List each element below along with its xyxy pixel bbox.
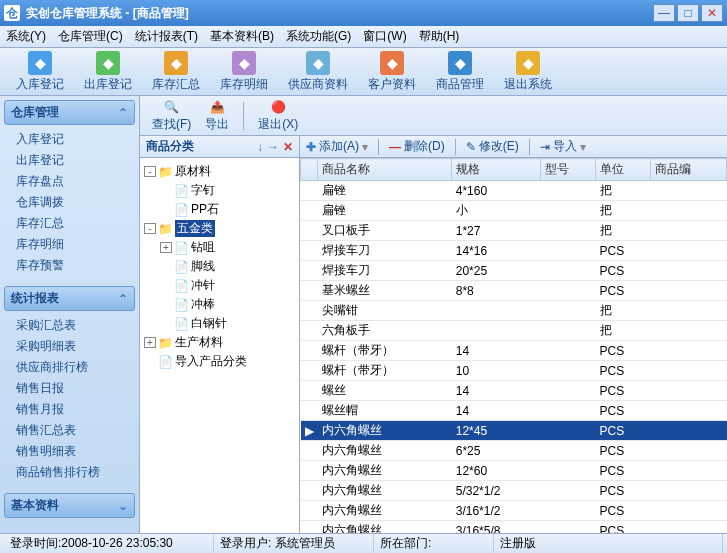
delete-button[interactable]: —删除(D) — [389, 138, 445, 155]
table-row[interactable]: 内六角螺丝6*25PCS — [301, 441, 727, 461]
toolbar-button[interactable]: ◆退出系统 — [496, 49, 560, 95]
table-row[interactable]: 螺杆（带牙）14PCS — [301, 341, 727, 361]
plus-icon: ✚ — [306, 140, 316, 154]
sidebar-item[interactable]: 销售汇总表 — [16, 420, 135, 441]
menu-item[interactable]: 帮助(H) — [419, 28, 460, 45]
sidebar-group-header[interactable]: 统计报表⌃ — [4, 286, 135, 311]
tree-node[interactable]: 📄PP石 — [142, 200, 297, 219]
exit-button[interactable]: 🔴退出(X) — [254, 96, 302, 135]
tree-node[interactable]: 📄脚线 — [142, 257, 297, 276]
tree-right-icon[interactable]: → — [267, 140, 279, 154]
toolbar-button[interactable]: ◆入库登记 — [8, 49, 72, 95]
grid-pane: ✚添加(A) ▾ —删除(D) ✎修改(E) ⇥导入 ▾ 商品名称规格型号单位商… — [300, 136, 727, 533]
tree-node[interactable]: 📄白钢针 — [142, 314, 297, 333]
import-icon: ⇥ — [540, 140, 550, 154]
sidebar-item[interactable]: 入库登记 — [16, 129, 135, 150]
sidebar-item[interactable]: 销售月报 — [16, 399, 135, 420]
table-row[interactable]: 叉口板手1*27把 — [301, 221, 727, 241]
table-row[interactable]: 螺丝14PCS — [301, 381, 727, 401]
status-user: 登录用户: 系统管理员 — [214, 534, 374, 553]
column-header[interactable]: 商品编 — [651, 159, 727, 181]
sidebar-item[interactable]: 采购明细表 — [16, 336, 135, 357]
table-row[interactable]: 六角板手把 — [301, 321, 727, 341]
table-row[interactable]: 内六角螺丝3/16*1/2PCS — [301, 501, 727, 521]
menubar: 系统(Y)仓库管理(C)统计报表(T)基本资料(B)系统功能(G)窗口(W)帮助… — [0, 26, 727, 48]
table-row[interactable]: 扁锉小把 — [301, 201, 727, 221]
sidebar-item[interactable]: 销售日报 — [16, 378, 135, 399]
tree-header: 商品分类 — [146, 138, 194, 155]
menu-item[interactable]: 系统功能(G) — [286, 28, 351, 45]
status-version: 注册版 — [494, 534, 723, 553]
search-icon: 🔍 — [163, 98, 181, 116]
sidebar-item[interactable]: 商品销售排行榜 — [16, 462, 135, 483]
import-button[interactable]: ⇥导入 ▾ — [540, 138, 586, 155]
status-dept: 所在部门: — [374, 534, 494, 553]
sidebar-item[interactable]: 库存盘点 — [16, 171, 135, 192]
sidebar-item[interactable]: 仓库调拨 — [16, 192, 135, 213]
toolbar-button[interactable]: ◆供应商资料 — [280, 49, 356, 95]
table-row[interactable]: 尖嘴钳把 — [301, 301, 727, 321]
sidebar-item[interactable]: 销售明细表 — [16, 441, 135, 462]
tree-node[interactable]: 📄冲棒 — [142, 295, 297, 314]
table-row[interactable]: 内六角螺丝3/16*5/8PCS — [301, 521, 727, 534]
table-row[interactable]: 扁锉4*160把 — [301, 181, 727, 201]
tree-down-icon[interactable]: ↓ — [257, 140, 263, 154]
sidebar-item[interactable]: 库存汇总 — [16, 213, 135, 234]
column-header[interactable]: 商品名称 — [318, 159, 452, 181]
minus-icon: — — [389, 140, 401, 154]
close-button[interactable]: ✕ — [701, 4, 723, 22]
add-button[interactable]: ✚添加(A) ▾ — [306, 138, 368, 155]
table-row[interactable]: ▶内六角螺丝12*45PCS — [301, 421, 727, 441]
sidebar-item[interactable]: 供应商排行榜 — [16, 357, 135, 378]
menu-item[interactable]: 系统(Y) — [6, 28, 46, 45]
table-row[interactable]: 焊接车刀14*16PCS — [301, 241, 727, 261]
tree-node[interactable]: 📄冲针 — [142, 276, 297, 295]
menu-item[interactable]: 仓库管理(C) — [58, 28, 123, 45]
tree-node[interactable]: -📁原材料 — [142, 162, 297, 181]
menu-item[interactable]: 基本资料(B) — [210, 28, 274, 45]
tree-node[interactable]: +📄钻咀 — [142, 238, 297, 257]
toolbar-button[interactable]: ◆出库登记 — [76, 49, 140, 95]
tree-close-icon[interactable]: ✕ — [283, 140, 293, 154]
sidebar-item[interactable]: 采购汇总表 — [16, 315, 135, 336]
table-row[interactable]: 内六角螺丝5/32*1/2PCS — [301, 481, 727, 501]
find-button[interactable]: 🔍查找(F) — [148, 96, 195, 135]
tree-node[interactable]: 📄导入产品分类 — [142, 352, 297, 371]
tree-node[interactable]: +📁生产材料 — [142, 333, 297, 352]
toolbar-button[interactable]: ◆客户资料 — [360, 49, 424, 95]
export-icon: 📤 — [208, 98, 226, 116]
column-header[interactable]: 单位 — [596, 159, 651, 181]
toolbar-button[interactable]: ◆商品管理 — [428, 49, 492, 95]
tree-node[interactable]: 📄字钉 — [142, 181, 297, 200]
table-row[interactable]: 焊接车刀20*25PCS — [301, 261, 727, 281]
status-login-time: 登录时间:2008-10-26 23:05:30 — [4, 534, 214, 553]
menu-item[interactable]: 统计报表(T) — [135, 28, 198, 45]
column-header[interactable] — [301, 159, 318, 181]
maximize-button[interactable]: □ — [677, 4, 699, 22]
main-toolbar: ◆入库登记◆出库登记◆库存汇总◆库存明细◆供应商资料◆客户资料◆商品管理◆退出系… — [0, 48, 727, 96]
toolbar-button[interactable]: ◆库存汇总 — [144, 49, 208, 95]
table-row[interactable]: 螺杆（带牙）10PCS — [301, 361, 727, 381]
column-header[interactable]: 型号 — [540, 159, 595, 181]
export-button[interactable]: 📤导出 — [201, 96, 233, 135]
pencil-icon: ✎ — [466, 140, 476, 154]
sidebar-item[interactable]: 库存明细 — [16, 234, 135, 255]
tree-node[interactable]: -📁五金类 — [142, 219, 297, 238]
sub-toolbar: 🔍查找(F) 📤导出 🔴退出(X) — [140, 96, 727, 136]
minimize-button[interactable]: — — [653, 4, 675, 22]
titlebar: 仓 实创仓库管理系统 - [商品管理] — □ ✕ — [0, 0, 727, 26]
column-header[interactable]: 规格 — [452, 159, 540, 181]
sidebar-group-header[interactable]: 基本资料⌄ — [4, 493, 135, 518]
edit-button[interactable]: ✎修改(E) — [466, 138, 519, 155]
sidebar: 仓库管理⌃入库登记出库登记库存盘点仓库调拨库存汇总库存明细库存预警统计报表⌃采购… — [0, 96, 140, 533]
sidebar-item[interactable]: 库存预警 — [16, 255, 135, 276]
table-row[interactable]: 螺丝帽14PCS — [301, 401, 727, 421]
category-tree[interactable]: -📁原材料📄字钉📄PP石-📁五金类+📄钻咀📄脚线📄冲针📄冲棒📄白钢针+📁生产材料… — [140, 158, 299, 533]
product-grid[interactable]: 商品名称规格型号单位商品编扁锉4*160把扁锉小把叉口板手1*27把焊接车刀14… — [300, 158, 727, 533]
menu-item[interactable]: 窗口(W) — [363, 28, 406, 45]
sidebar-group-header[interactable]: 仓库管理⌃ — [4, 100, 135, 125]
table-row[interactable]: 内六角螺丝12*60PCS — [301, 461, 727, 481]
table-row[interactable]: 基米螺丝8*8PCS — [301, 281, 727, 301]
toolbar-button[interactable]: ◆库存明细 — [212, 49, 276, 95]
sidebar-item[interactable]: 出库登记 — [16, 150, 135, 171]
